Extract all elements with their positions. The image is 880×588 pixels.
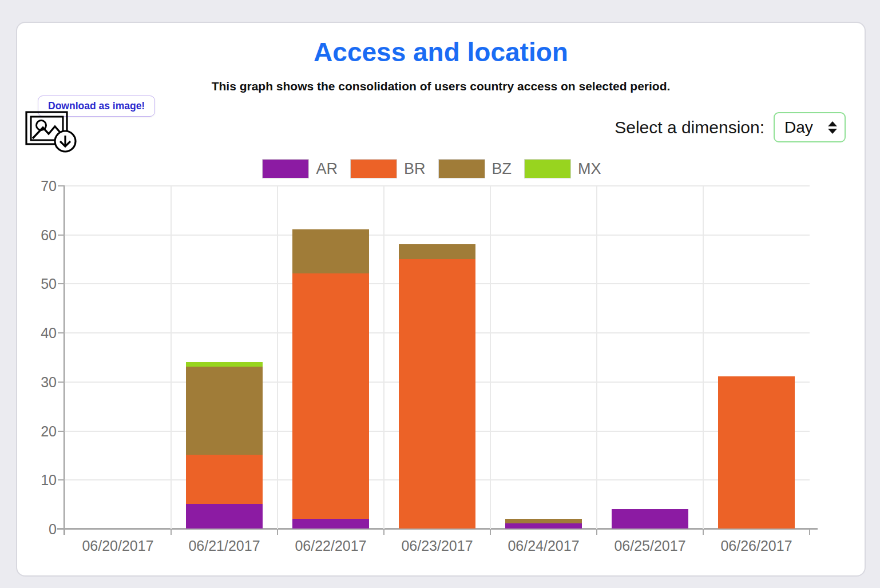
dimension-label: Select a dimension: [615, 118, 764, 137]
bar-segment-bz[interactable] [186, 367, 263, 455]
bar-segment-bz[interactable] [399, 244, 475, 259]
bar-segment-ar[interactable] [612, 509, 688, 529]
dimension-selector-row: Select a dimension: Day [615, 112, 846, 142]
x-tick-label: 06/22/2017 [278, 538, 384, 554]
x-axis-tick [809, 529, 810, 535]
bar-stack [292, 229, 369, 529]
chart-card: Access and location This graph shows the… [16, 22, 866, 577]
grid-line-horizontal [65, 185, 810, 186]
x-axis-tick [277, 529, 278, 535]
legend-swatch-br [350, 159, 397, 178]
y-axis-line [64, 186, 65, 535]
dimension-select-value: Day [784, 118, 828, 137]
page-title: Access and location [17, 37, 865, 67]
y-axis-tick [58, 479, 65, 480]
page-subtitle: This graph shows the consolidation of us… [17, 80, 865, 93]
x-tick-label: 06/20/2017 [65, 538, 171, 554]
bar-segment-bz[interactable] [292, 229, 369, 273]
x-tick-label: 06/23/2017 [384, 538, 490, 554]
legend-item-ar[interactable]: AR [262, 159, 338, 178]
y-axis-tick [58, 185, 65, 186]
legend-item-bz[interactable]: BZ [438, 159, 512, 178]
x-axis-tick [64, 529, 65, 535]
bar-segment-br[interactable] [718, 376, 795, 529]
y-tick-label: 40 [26, 324, 57, 342]
bar-segment-br[interactable] [399, 259, 475, 529]
grid-line-vertical [490, 186, 491, 529]
bar-stack [399, 244, 475, 529]
y-tick-label: 70 [26, 177, 57, 195]
y-axis-tick [58, 431, 65, 432]
bar-stack [718, 376, 795, 529]
y-axis-tick [58, 332, 65, 333]
grid-line-vertical [171, 186, 172, 529]
x-axis-tick [596, 529, 597, 535]
legend-label: AR [316, 160, 338, 178]
legend: ARBRBZMX [17, 159, 846, 178]
bar-segment-ar[interactable] [186, 504, 263, 529]
legend-item-br[interactable]: BR [350, 159, 426, 178]
dimension-select[interactable]: Day [774, 112, 846, 142]
legend-label: MX [578, 160, 601, 178]
legend-swatch-bz [438, 159, 485, 178]
bar-segment-mx[interactable] [186, 362, 263, 367]
legend-swatch-mx [524, 159, 571, 178]
grid-line-vertical [703, 186, 704, 529]
y-axis-tick [58, 235, 65, 236]
y-tick-label: 50 [26, 275, 57, 293]
bar-segment-ar[interactable] [505, 523, 582, 529]
y-axis-tick [58, 283, 65, 284]
y-tick-label: 60 [26, 226, 57, 244]
bar-segment-bz[interactable] [505, 519, 582, 524]
grid-line-vertical [277, 186, 278, 529]
y-tick-label: 10 [26, 471, 57, 489]
bar-stack [612, 509, 688, 529]
y-tick-label: 20 [26, 422, 57, 440]
x-tick-label: 06/26/2017 [703, 538, 810, 554]
legend-swatch-ar [262, 159, 309, 178]
x-axis-tick [171, 529, 172, 535]
select-arrows-icon [828, 121, 837, 134]
grid-line-vertical [383, 186, 384, 529]
legend-item-mx[interactable]: MX [524, 159, 601, 178]
legend-label: BR [404, 160, 426, 178]
legend-label: BZ [492, 160, 512, 178]
x-tick-label: 06/24/2017 [490, 538, 597, 554]
grid-line-horizontal [65, 235, 810, 236]
grid-line-vertical [596, 186, 597, 529]
x-tick-label: 06/21/2017 [171, 538, 278, 554]
x-axis-tick [383, 529, 384, 535]
bar-segment-br[interactable] [186, 455, 263, 504]
y-axis-tick [58, 382, 65, 383]
download-image-icon[interactable] [24, 110, 79, 154]
plot-area: 01020304050607006/20/201706/21/201706/22… [65, 186, 810, 529]
x-axis-tick [490, 529, 491, 535]
x-tick-label: 06/25/2017 [597, 538, 703, 554]
bar-stack [505, 519, 582, 529]
bar-stack [186, 362, 263, 529]
y-tick-label: 0 [26, 520, 57, 538]
bar-segment-br[interactable] [292, 273, 369, 519]
x-axis-tick [703, 529, 704, 535]
y-tick-label: 30 [26, 373, 57, 391]
bar-segment-ar[interactable] [292, 519, 369, 529]
